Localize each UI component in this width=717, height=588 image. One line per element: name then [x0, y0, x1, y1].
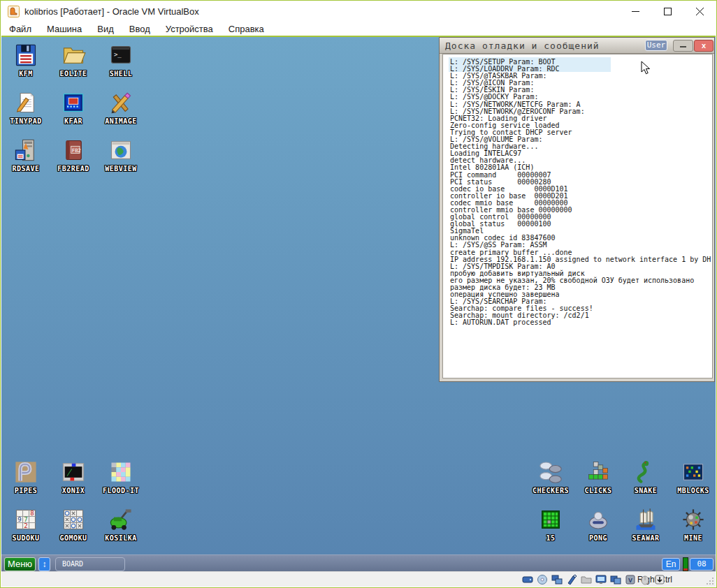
- user-button[interactable]: User: [645, 40, 667, 51]
- debug-log-text: L: /SYS/SETUP Param: BOOT L: /SYS/LOADDR…: [450, 59, 711, 327]
- clicks-icon: [586, 460, 611, 485]
- menu-item-4[interactable]: Устройства: [158, 22, 221, 36]
- optical-disc-icon[interactable]: [537, 574, 548, 585]
- icon-label: PONG: [574, 534, 622, 542]
- checkers-icon: [538, 460, 563, 485]
- virtualbox-window: kolibrios [Работает] - Oracle VM Virtual…: [0, 0, 717, 588]
- vm-screen-kolibrios-desktop: Доска отладки и сообщений User x L: /SYS…: [1, 37, 716, 573]
- fifteen-icon: [538, 507, 563, 532]
- app-icon-eolite[interactable]: EOLITE: [50, 43, 97, 78]
- app-icon-kfar[interactable]: KFAR: [50, 90, 97, 125]
- floppy-tower-icon: [13, 138, 38, 163]
- mblocks-icon: [681, 460, 706, 485]
- vbox-statusbar: Right Ctrl V: [1, 571, 716, 587]
- svg-text:V: V: [628, 577, 632, 584]
- app-icon-webview[interactable]: WEBVIEW: [97, 138, 145, 172]
- game-icon-clicks[interactable]: CLICKS: [574, 460, 622, 494]
- start-menu-button[interactable]: Меню: [4, 557, 36, 571]
- game-icon-checkers[interactable]: CHECKERS: [527, 460, 574, 494]
- icon-label: SNAKE: [622, 487, 669, 494]
- icon-label: RDSAVE: [2, 165, 50, 172]
- keyboard-capture-icon[interactable]: [654, 574, 665, 585]
- app-icon-fb2read[interactable]: FB2FB2READ: [50, 138, 97, 172]
- game-icon-kosilka[interactable]: KOSILKA: [97, 507, 145, 542]
- icon-label: MBLOCKS: [669, 487, 716, 494]
- book-icon: FB2: [61, 138, 86, 163]
- floppy-icon: [13, 43, 38, 68]
- icon-label: FLOOD-IT: [97, 487, 145, 494]
- game-icon-sudoku[interactable]: 8972SUDOKU: [2, 507, 50, 542]
- cpu-usage-meter[interactable]: [683, 557, 688, 571]
- virtualbox-logo-icon: [8, 6, 20, 17]
- close-button[interactable]: [683, 1, 716, 22]
- sudoku-icon: 8972: [13, 507, 38, 532]
- debug-window-titlebar[interactable]: Доска отладки и сообщений User x: [440, 38, 714, 54]
- app-icon-tinypad[interactable]: TINYPAD: [2, 90, 50, 125]
- terminal-icon: >_: [108, 43, 133, 68]
- taskbar-updown-icon[interactable]: ↕: [38, 557, 50, 571]
- game-icon-15[interactable]: 15: [527, 507, 574, 542]
- language-indicator[interactable]: En: [662, 558, 680, 571]
- icon-label: SHELL: [97, 70, 145, 78]
- icon-label: KFAR: [50, 117, 97, 125]
- menu-item-3[interactable]: Ввод: [122, 22, 158, 36]
- game-icon-pipes[interactable]: PIPES: [2, 460, 50, 494]
- minimize-icon: [680, 46, 686, 47]
- debug-window-title: Доска отладки и сообщений: [445, 41, 600, 51]
- taskbar-clock[interactable]: 08 48: [690, 558, 714, 571]
- usb-icon[interactable]: [566, 574, 577, 585]
- icon-label: PIPES: [2, 487, 50, 494]
- debug-minimize-button[interactable]: [673, 40, 693, 52]
- debug-close-button[interactable]: x: [694, 40, 714, 52]
- resize-grip-icon[interactable]: [705, 576, 714, 585]
- game-icon-xonix[interactable]: XONIX: [50, 460, 97, 494]
- game-icon-mine[interactable]: MINE: [669, 507, 716, 542]
- game-icon-flood-it[interactable]: FLOOD-IT: [97, 460, 145, 494]
- app-icon-rdsave[interactable]: RDSAVE: [2, 138, 50, 172]
- app-icon-shell[interactable]: >_SHELL: [97, 43, 145, 78]
- globe-icon: [108, 138, 133, 163]
- game-icon-pong[interactable]: PONG: [574, 507, 622, 542]
- game-icon-gomoku[interactable]: GOMOKU: [50, 507, 97, 542]
- app-icon-kfm[interactable]: KFM: [2, 43, 50, 78]
- svg-text:>_: >_: [114, 51, 122, 58]
- display-icon[interactable]: [595, 574, 607, 585]
- circuit-icon: [61, 90, 86, 115]
- icon-label: KFM: [2, 70, 50, 78]
- icon-label: 15: [527, 534, 574, 542]
- svg-text:8: 8: [30, 510, 34, 517]
- game-icon-snake[interactable]: SNAKE: [622, 460, 669, 494]
- app-icon-animage[interactable]: ANIMAGE: [97, 90, 145, 125]
- svg-text:9: 9: [17, 516, 21, 523]
- menu-item-1[interactable]: Машина: [39, 22, 89, 36]
- minimize-button[interactable]: [619, 1, 651, 22]
- menu-item-5[interactable]: Справка: [221, 22, 272, 36]
- shared-folders-icon[interactable]: [581, 574, 592, 585]
- menu-item-2[interactable]: Вид: [89, 22, 122, 36]
- gomoku-icon: [61, 507, 86, 532]
- harddisk-icon[interactable]: [522, 574, 533, 585]
- features-icon[interactable]: V: [625, 574, 636, 585]
- task-button-board[interactable]: BOARD: [55, 557, 125, 571]
- icon-label: CHECKERS: [527, 487, 574, 494]
- ship-icon: [633, 507, 658, 532]
- icon-label: EOLITE: [50, 70, 97, 78]
- pong-icon: [586, 507, 611, 532]
- mouse-icon[interactable]: [639, 574, 651, 585]
- icon-label: FB2READ: [50, 165, 97, 172]
- icon-label: WEBVIEW: [97, 165, 145, 172]
- game-icon-mblocks[interactable]: MBLOCKS: [669, 460, 716, 494]
- flood-icon: [108, 460, 133, 485]
- debug-board-window[interactable]: Доска отладки и сообщений User x L: /SYS…: [439, 37, 715, 382]
- menu-item-0[interactable]: Файл: [1, 22, 39, 36]
- debug-log-area: L: /SYS/SETUP Param: BOOT L: /SYS/LOADDR…: [442, 54, 713, 378]
- svg-text:2: 2: [24, 522, 27, 529]
- recording-icon[interactable]: [610, 574, 621, 585]
- xonix-icon: [61, 460, 86, 485]
- window-title: kolibrios [Работает] - Oracle VM Virtual…: [24, 6, 199, 17]
- game-icon-seawar[interactable]: SEAWAR: [622, 507, 669, 542]
- maximize-button[interactable]: [651, 1, 683, 22]
- network-icon[interactable]: [551, 574, 563, 585]
- notepad-icon: [13, 90, 38, 115]
- mower-icon: [108, 507, 133, 532]
